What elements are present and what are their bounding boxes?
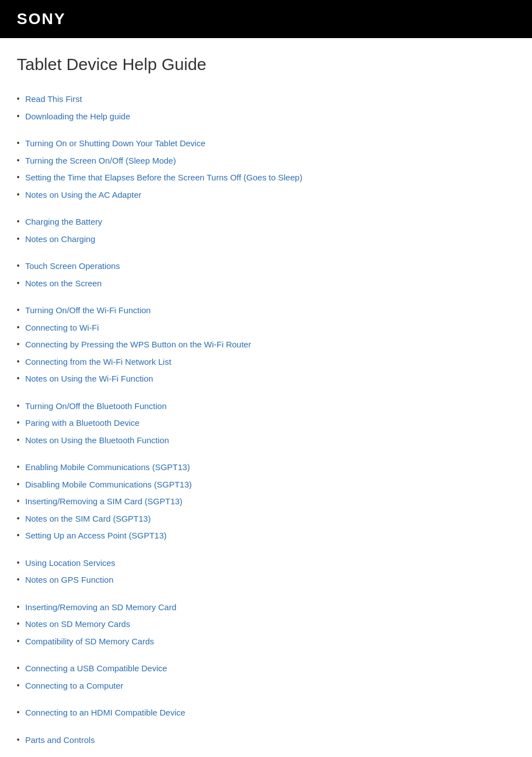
nav-section-sdcard: Inserting/Removing an SD Memory Card Not… — [17, 599, 515, 651]
list-item: Notes on Using the Wi-Fi Function — [17, 370, 515, 388]
link-access-point[interactable]: Setting Up an Access Point (SGPT13) — [25, 530, 167, 542]
link-notes-sd[interactable]: Notes on SD Memory Cards — [25, 618, 130, 631]
list-item: Read This First — [17, 91, 515, 108]
link-turning-on-off[interactable]: Turning On or Shutting Down Your Tablet … — [25, 137, 206, 150]
nav-section-bluetooth: Turning On/Off the Bluetooth Function Pa… — [17, 398, 515, 449]
link-wifi-network-list[interactable]: Connecting from the Wi-Fi Network List — [25, 356, 171, 369]
link-notes-screen[interactable]: Notes on the Screen — [25, 277, 102, 290]
link-hdmi-device[interactable]: Connecting to an HDMI Compatible Device — [25, 707, 185, 719]
list-item: Connecting to Wi-Fi — [17, 319, 515, 337]
link-parts-controls[interactable]: Parts and Controls — [25, 734, 95, 747]
list-item: Downloading the Help guide — [17, 108, 515, 126]
link-pairing-bluetooth[interactable]: Paring with a Bluetooth Device — [25, 417, 139, 430]
list-item: Compatibility of SD Memory Cards — [17, 633, 515, 651]
link-notes-sim[interactable]: Notes on the SIM Card (SGPT13) — [25, 513, 151, 526]
link-notes-gps[interactable]: Notes on GPS Function — [25, 574, 114, 587]
nav-section-battery: Charging the Battery Notes on Charging — [17, 213, 515, 248]
sony-logo: SONY — [17, 10, 515, 28]
list-item: Inserting/Removing a SIM Card (SGPT13) — [17, 493, 515, 510]
link-read-this-first[interactable]: Read This First — [25, 93, 82, 106]
list-item: Notes on the SIM Card (SGPT13) — [17, 510, 515, 528]
list-item: Notes on SD Memory Cards — [17, 616, 515, 633]
list-item: Turning On or Shutting Down Your Tablet … — [17, 135, 515, 152]
list-item: Inserting/Removing an SD Memory Card — [17, 599, 515, 616]
list-item: Enabling Mobile Communications (SGPT13) — [17, 459, 515, 476]
list-item: Connecting a USB Compatible Device — [17, 660, 515, 677]
link-screen-on-off[interactable]: Turning the Screen On/Off (Sleep Mode) — [25, 155, 176, 168]
nav-section-usb: Connecting a USB Compatible Device Conne… — [17, 660, 515, 694]
list-item: Notes on Charging — [17, 231, 515, 248]
list-item: Connecting to a Computer — [17, 677, 515, 695]
link-notes-wifi[interactable]: Notes on Using the Wi-Fi Function — [25, 373, 153, 386]
list-item: Notes on GPS Function — [17, 572, 515, 589]
list-item: Turning the Screen On/Off (Sleep Mode) — [17, 152, 515, 170]
link-touch-screen[interactable]: Touch Screen Operations — [25, 260, 120, 273]
page-title: Tablet Device Help Guide — [0, 49, 532, 85]
nav-section-mobile: Enabling Mobile Communications (SGPT13) … — [17, 459, 515, 545]
link-disable-mobile[interactable]: Disabling Mobile Communications (SGPT13) — [25, 479, 192, 491]
list-item: Notes on Using the AC Adapter — [17, 187, 515, 204]
link-wps-button[interactable]: Connecting by Pressing the WPS Button on… — [25, 338, 251, 351]
link-sd-card[interactable]: Inserting/Removing an SD Memory Card — [25, 601, 176, 614]
list-item: Turning On/Off the Bluetooth Function — [17, 398, 515, 415]
list-item: Connecting by Pressing the WPS Button on… — [17, 336, 515, 354]
link-connecting-wifi[interactable]: Connecting to Wi-Fi — [25, 322, 99, 335]
main-content: Read This First Downloading the Help gui… — [0, 85, 532, 757]
link-wifi-on-off[interactable]: Turning On/Off the Wi-Fi Function — [25, 304, 151, 317]
list-item: Charging the Battery — [17, 213, 515, 231]
list-item: Parts and Controls — [17, 732, 515, 749]
list-item: Disabling Mobile Communications (SGPT13) — [17, 476, 515, 494]
list-item: Paring with a Bluetooth Device — [17, 415, 515, 432]
link-ac-adapter[interactable]: Notes on Using the AC Adapter — [25, 189, 142, 202]
link-bluetooth-on-off[interactable]: Turning On/Off the Bluetooth Function — [25, 400, 167, 413]
link-enable-mobile[interactable]: Enabling Mobile Communications (SGPT13) — [25, 461, 190, 474]
site-header: SONY — [0, 0, 532, 38]
link-compatibility-sd[interactable]: Compatibility of SD Memory Cards — [25, 635, 154, 648]
nav-section-location: Using Location Services Notes on GPS Fun… — [17, 555, 515, 589]
link-usb-device[interactable]: Connecting a USB Compatible Device — [25, 662, 167, 675]
link-downloading-help[interactable]: Downloading the Help guide — [25, 110, 130, 123]
link-screen-timeout[interactable]: Setting the Time that Elapses Before the… — [25, 171, 302, 184]
list-item: Turning On/Off the Wi-Fi Function — [17, 302, 515, 319]
link-notes-charging[interactable]: Notes on Charging — [25, 233, 95, 246]
nav-section-power: Turning On or Shutting Down Your Tablet … — [17, 135, 515, 203]
list-item: Setting the Time that Elapses Before the… — [17, 169, 515, 187]
nav-section-hdmi: Connecting to an HDMI Compatible Device — [17, 704, 515, 722]
list-item: Setting Up an Access Point (SGPT13) — [17, 527, 515, 545]
link-charging-battery[interactable]: Charging the Battery — [25, 216, 102, 229]
nav-section-wifi: Turning On/Off the Wi-Fi Function Connec… — [17, 302, 515, 388]
list-item: Notes on Using the Bluetooth Function — [17, 432, 515, 449]
nav-section-parts: Parts and Controls — [17, 732, 515, 749]
nav-section-basics: Read This First Downloading the Help gui… — [17, 91, 515, 125]
list-item: Notes on the Screen — [17, 275, 515, 292]
list-item: Connecting to an HDMI Compatible Device — [17, 704, 515, 722]
link-notes-bluetooth[interactable]: Notes on Using the Bluetooth Function — [25, 434, 169, 447]
nav-section-touch: Touch Screen Operations Notes on the Scr… — [17, 258, 515, 292]
list-item: Touch Screen Operations — [17, 258, 515, 275]
list-item: Connecting from the Wi-Fi Network List — [17, 354, 515, 371]
link-sim-card[interactable]: Inserting/Removing a SIM Card (SGPT13) — [25, 495, 183, 508]
list-item: Using Location Services — [17, 555, 515, 572]
link-connecting-computer[interactable]: Connecting to a Computer — [25, 680, 123, 693]
link-location-services[interactable]: Using Location Services — [25, 557, 115, 570]
